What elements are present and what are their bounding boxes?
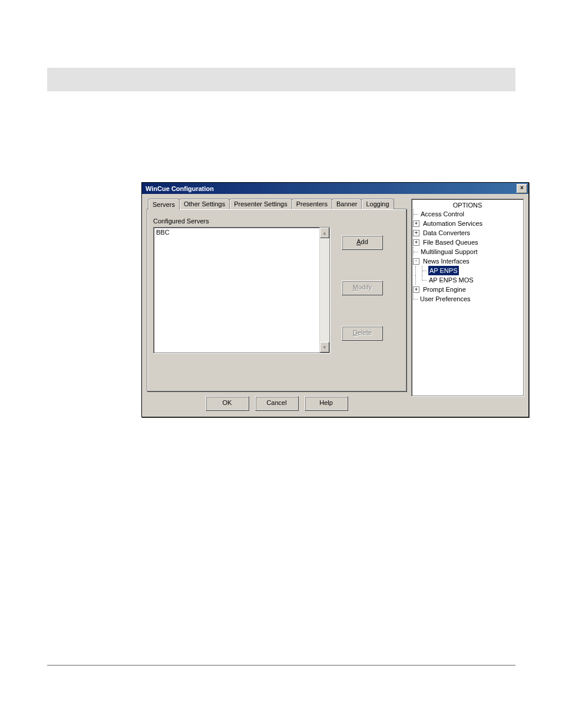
scroll-track[interactable]: [320, 238, 329, 342]
tree-branch-icon: [413, 247, 419, 256]
tree-branch-icon: [422, 266, 428, 275]
expand-icon[interactable]: +: [413, 239, 419, 246]
tab-label: Banner: [336, 200, 357, 207]
add-button[interactable]: Add: [342, 235, 383, 250]
tree-item-news-interfaces[interactable]: - News Interfaces: [413, 256, 522, 266]
expand-icon[interactable]: +: [413, 220, 419, 227]
tree-label: Prompt Engine: [422, 285, 467, 294]
modify-label-rest: odify: [358, 284, 372, 291]
tab-label: Presenter Settings: [234, 200, 287, 207]
tree-branch-icon: [413, 294, 419, 304]
chevron-down-icon: ▼: [322, 345, 327, 350]
cancel-button[interactable]: Cancel: [255, 396, 299, 411]
scroll-up-button[interactable]: ▲: [320, 228, 329, 238]
tabstrip: Servers Other Settings Presenter Setting…: [148, 199, 406, 209]
wincue-config-dialog: WinCue Configuration × Servers Other Set…: [141, 182, 529, 417]
dialog-body: Servers Other Settings Presenter Setting…: [142, 194, 528, 417]
tree-item-multilingual-support[interactable]: Multilingual Support: [413, 247, 522, 256]
delete-label-rest: elete: [358, 329, 372, 336]
tree-label: Automation Services: [422, 219, 484, 228]
dialog-title: WinCue Configuration: [146, 185, 214, 192]
left-pane: Servers Other Settings Presenter Setting…: [147, 199, 406, 411]
expand-icon[interactable]: +: [413, 286, 419, 293]
options-tree: Access Control + Automation Services + D…: [413, 209, 522, 304]
tree-branch-icon: [422, 275, 428, 285]
dialog-bottom-buttons: OK Cancel Help: [147, 393, 406, 411]
tree-label: Data Converters: [422, 228, 471, 238]
collapse-icon[interactable]: -: [413, 258, 419, 265]
modify-button: Modify: [342, 281, 383, 295]
delete-button: Delete: [342, 326, 383, 341]
tab-other-settings[interactable]: Other Settings: [179, 199, 230, 209]
tab-label: Servers: [153, 201, 175, 208]
tab-label: Presenters: [296, 200, 328, 207]
tree-item-access-control[interactable]: Access Control: [413, 209, 522, 219]
page-header-band: [47, 68, 515, 91]
tree-label: News Interfaces: [422, 256, 471, 266]
footer-divider: [47, 665, 515, 666]
tree-line-icon: [415, 266, 422, 275]
tree-label: AP ENPS MOS: [428, 275, 475, 285]
options-title: OPTIONS: [413, 202, 522, 209]
tree-item-automation-services[interactable]: + Automation Services: [413, 219, 522, 228]
help-button[interactable]: Help: [305, 396, 348, 411]
ok-button[interactable]: OK: [206, 396, 249, 411]
tab-presenters[interactable]: Presenters: [292, 199, 332, 209]
listbox-content[interactable]: BBC: [154, 228, 319, 353]
tree-item-file-based-queues[interactable]: + File Based Queues: [413, 238, 522, 247]
tab-label: Other Settings: [184, 200, 225, 207]
tab-logging[interactable]: Logging: [361, 199, 394, 209]
chevron-up-icon: ▲: [322, 230, 327, 236]
options-tree-panel: OPTIONS Access Control + Automation Serv…: [411, 199, 524, 396]
tree-line-icon: [415, 275, 422, 285]
cancel-label: Cancel: [266, 399, 286, 406]
tree-label: File Based Queues: [422, 238, 480, 247]
ok-label: OK: [223, 399, 232, 406]
configured-servers-label: Configured Servers: [153, 218, 209, 225]
tree-item-data-converters[interactable]: + Data Converters: [413, 228, 522, 238]
titlebar[interactable]: WinCue Configuration ×: [142, 183, 528, 194]
listbox-scrollbar[interactable]: ▲ ▼: [319, 228, 329, 353]
tab-banner[interactable]: Banner: [332, 199, 362, 209]
tree-item-prompt-engine[interactable]: + Prompt Engine: [413, 285, 522, 294]
scroll-down-button[interactable]: ▼: [320, 342, 329, 353]
tree-item-user-preferences[interactable]: User Preferences: [413, 294, 522, 304]
close-icon: ×: [520, 185, 524, 191]
tree-label: Access Control: [419, 209, 465, 219]
help-label: Help: [319, 399, 333, 406]
tab-presenter-settings[interactable]: Presenter Settings: [229, 199, 292, 209]
tree-label: AP ENPS: [428, 266, 459, 275]
tree-label: Multilingual Support: [419, 247, 479, 256]
expand-icon[interactable]: +: [413, 230, 419, 236]
servers-tabpanel: Configured Servers BBC ▲ ▼ Add Modify De…: [147, 209, 406, 391]
side-buttons: Add Modify Delete: [342, 235, 383, 341]
tab-servers[interactable]: Servers: [148, 199, 180, 210]
tree-item-ap-enps[interactable]: AP ENPS: [413, 266, 522, 275]
add-label-rest: dd: [361, 238, 368, 245]
tree-label: User Preferences: [419, 294, 472, 304]
close-button[interactable]: ×: [517, 184, 527, 193]
configured-servers-listbox[interactable]: BBC ▲ ▼: [153, 227, 330, 353]
tree-item-ap-enps-mos[interactable]: AP ENPS MOS: [413, 275, 522, 285]
tree-branch-icon: [413, 209, 419, 219]
list-item[interactable]: BBC: [156, 228, 318, 236]
list-item-label: BBC: [156, 229, 170, 236]
tab-label: Logging: [366, 200, 389, 207]
